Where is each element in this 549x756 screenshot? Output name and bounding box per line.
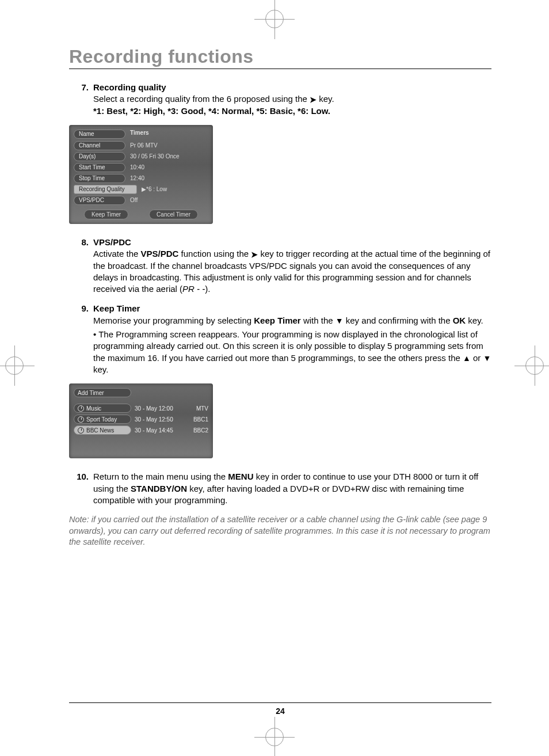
clock-icon bbox=[78, 405, 84, 412]
step-number: 7. bbox=[69, 82, 93, 117]
instruction-list-2: 8. VPS/PDC Activate the VPS/PDC function… bbox=[69, 237, 491, 375]
crop-mark-bottom bbox=[0, 723, 549, 751]
footnote: Note: if you carried out the installatio… bbox=[69, 514, 491, 548]
osd-field-value: Timers bbox=[125, 130, 149, 139]
title-rule bbox=[69, 69, 491, 69]
step-number: 8. bbox=[69, 237, 93, 295]
osd-field-vpspdc: VPS/PDC bbox=[74, 196, 125, 205]
clock-icon bbox=[78, 427, 84, 434]
osd-timer-row: Music 30 - May 12:00 MTV bbox=[74, 404, 208, 413]
step-8: 8. VPS/PDC Activate the VPS/PDC function… bbox=[69, 237, 491, 295]
step-9: 9. Keep Timer Memorise your programming … bbox=[69, 303, 491, 375]
osd2-note-row: Add Timer Music 30 - May 12:00 MTV Sport… bbox=[69, 383, 491, 458]
step-number: 10. bbox=[69, 471, 93, 506]
step-heading: Keep Timer bbox=[93, 303, 491, 314]
crop-mark-right bbox=[520, 357, 549, 374]
osd-field-days: Day(s) bbox=[74, 152, 125, 161]
osd-field-quality: Recording Quality bbox=[74, 185, 137, 194]
timer-list-osd-screenshot: Add Timer Music 30 - May 12:00 MTV Sport… bbox=[69, 383, 213, 458]
right-arrow-icon: ➤ bbox=[310, 94, 317, 105]
crop-mark-top bbox=[0, 5, 549, 33]
step-bullet: • The Programming screen reappears. Your… bbox=[93, 329, 491, 375]
osd-timer-row: Sport Today 30 - May 12:50 BBC1 bbox=[74, 415, 208, 424]
down-arrow-icon: ▼ bbox=[336, 316, 344, 326]
step-text: Return to the main menu using the MENU k… bbox=[93, 471, 491, 506]
osd-add-timer: Add Timer bbox=[74, 388, 131, 397]
page-number: 24 bbox=[69, 706, 491, 716]
quality-levels: *1: Best, *2: High, *3: Good, *4: Normal… bbox=[93, 106, 330, 116]
osd-field-channel: Channel bbox=[74, 141, 125, 150]
step-text: Memorise your programming by selecting K… bbox=[93, 315, 491, 326]
page-content: Recording functions 7. Recording quality… bbox=[69, 46, 491, 548]
osd-field-name: Name bbox=[74, 130, 125, 139]
page-title: Recording functions bbox=[69, 46, 491, 67]
page-footer: 24 bbox=[69, 702, 491, 716]
osd-keep-timer-button: Keep Timer bbox=[84, 210, 128, 219]
osd-timer-row-selected: BBC News 30 - May 14:45 BBC2 bbox=[74, 426, 208, 435]
crop-mark-left bbox=[0, 357, 29, 374]
step-text: Activate the VPS/PDC function using the … bbox=[93, 248, 491, 295]
instruction-list: 7. Recording quality Select a recording … bbox=[69, 82, 491, 117]
clock-icon bbox=[78, 416, 84, 423]
manual-page: Recording functions 7. Recording quality… bbox=[0, 0, 549, 756]
step-heading: VPS/PDC bbox=[93, 237, 491, 248]
step-7: 7. Recording quality Select a recording … bbox=[69, 82, 491, 117]
instruction-list-3: 10. Return to the main menu using the ME… bbox=[69, 471, 491, 506]
down-arrow-icon: ▼ bbox=[483, 353, 491, 364]
osd-field-stop: Stop Time bbox=[74, 174, 125, 183]
step-10: 10. Return to the main menu using the ME… bbox=[69, 471, 491, 506]
step-text: Select a recording quality from the 6 pr… bbox=[93, 93, 491, 117]
step-heading: Recording quality bbox=[93, 82, 491, 93]
osd-cancel-timer-button: Cancel Timer bbox=[149, 210, 198, 219]
up-arrow-icon: ▲ bbox=[463, 353, 471, 364]
step-number: 9. bbox=[69, 303, 93, 375]
timer-osd-screenshot: Name Timers ChannelPr 06 MTV Day(s)30 / … bbox=[69, 125, 213, 224]
osd-field-start: Start Time bbox=[74, 163, 125, 172]
right-arrow-icon: ➤ bbox=[251, 249, 258, 260]
osd-note-row: Name Timers ChannelPr 06 MTV Day(s)30 / … bbox=[69, 125, 491, 224]
